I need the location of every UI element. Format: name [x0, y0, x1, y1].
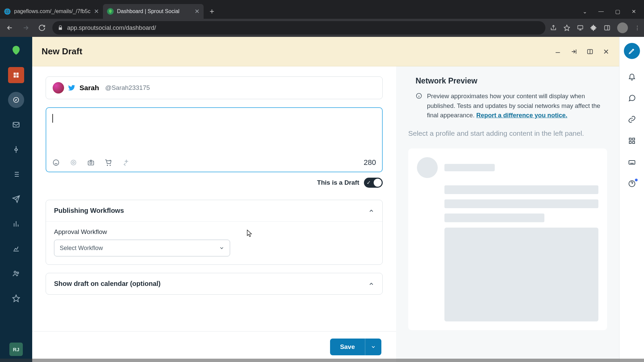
nav-item-send[interactable] [8, 191, 24, 207]
report-difference-link[interactable]: Report a difference you notice. [476, 112, 567, 119]
nav-item-list[interactable] [8, 166, 24, 182]
nav-item-star[interactable] [8, 290, 24, 306]
link-icon[interactable] [628, 115, 636, 123]
select-placeholder: Select Workflow [60, 245, 103, 252]
extensions-icon[interactable] [590, 24, 597, 31]
skeleton-avatar [417, 157, 438, 178]
window-controls: ⌄ — ▢ ✕ [583, 4, 644, 19]
new-tab-button[interactable]: + [204, 4, 220, 19]
nav-item-inbox[interactable] [8, 117, 24, 133]
svg-point-5 [17, 272, 19, 274]
char-count: 280 [364, 158, 376, 167]
close-icon[interactable] [602, 48, 610, 55]
star-icon[interactable] [564, 24, 570, 31]
target-icon[interactable] [70, 159, 77, 166]
svg-point-7 [53, 160, 59, 166]
left-nav-rail: RJ [0, 37, 32, 362]
compose-footer: Save [32, 331, 396, 362]
section-header[interactable]: Publishing Workflows [46, 200, 382, 221]
reload-button[interactable] [36, 22, 48, 34]
svg-point-8 [71, 160, 76, 165]
profile-selector[interactable]: Sarah @Sarah233175 [46, 76, 383, 99]
sparkle-icon[interactable] [122, 159, 129, 166]
close-icon[interactable]: ✕ [94, 8, 99, 15]
svg-point-11 [90, 162, 92, 164]
section-header[interactable]: Show draft on calendar (optional) [46, 273, 382, 294]
cart-icon[interactable] [105, 159, 112, 166]
maximize-icon[interactable]: ▢ [615, 8, 620, 15]
twitter-icon [68, 84, 75, 92]
camera-icon[interactable] [87, 159, 95, 166]
section-title: Show draft on calendar (optional) [54, 280, 161, 288]
panels-icon[interactable] [586, 48, 594, 55]
calendar-section: Show draft on calendar (optional) [46, 273, 383, 295]
draft-toggle-label: This is a Draft [317, 179, 359, 186]
nav-item-compass[interactable] [8, 92, 24, 108]
svg-point-4 [14, 271, 16, 273]
notifications-icon[interactable] [628, 72, 636, 80]
svg-rect-13 [629, 138, 631, 140]
profile-avatar[interactable] [617, 22, 628, 33]
tab-title: pageflows.com/_/emails/_/7fb5c [14, 8, 91, 14]
composer-box: 280 [46, 107, 383, 172]
grid-icon[interactable] [628, 137, 636, 145]
menu-icon[interactable]: ⋮ [635, 25, 640, 31]
svg-rect-14 [633, 138, 635, 140]
svg-rect-1 [605, 25, 610, 30]
close-icon[interactable]: ✕ [195, 8, 200, 15]
lock-icon [58, 25, 63, 31]
chevron-down-icon [219, 245, 224, 251]
nav-item-pin[interactable] [8, 141, 24, 158]
network-preview-panel: Network Preview Preview approximates how… [396, 66, 619, 362]
keyboard-icon[interactable] [628, 158, 636, 166]
svg-rect-15 [629, 141, 631, 143]
browser-toolbar: app.sproutsocial.com/dashboard/ ⋮ [0, 19, 644, 37]
share-icon[interactable] [550, 24, 557, 31]
browser-tab-inactive[interactable]: 🌐 pageflows.com/_/emails/_/7fb5c ✕ [0, 4, 103, 19]
collapse-right-icon[interactable] [570, 48, 578, 55]
svg-point-9 [72, 162, 74, 164]
tab-title: Dashboard | Sprout Social [117, 8, 191, 14]
minimize-compose-icon[interactable] [554, 48, 561, 55]
browser-tab-active[interactable]: Dashboard | Sprout Social ✕ [103, 4, 204, 19]
desktop-icon[interactable] [577, 24, 584, 31]
compose-left-panel: Sarah @Sarah233175 280 [32, 66, 396, 362]
chevron-up-icon [368, 281, 374, 287]
user-badge[interactable]: RJ [9, 343, 23, 356]
compose-fab[interactable] [624, 43, 640, 59]
browser-tab-strip: 🌐 pageflows.com/_/emails/_/7fb5c ✕ Dashb… [0, 0, 644, 19]
chevron-up-icon [368, 208, 374, 214]
preview-info-text: Preview approximates how your content wi… [427, 92, 607, 120]
draft-toggle[interactable]: ✓ [364, 178, 383, 188]
chat-icon[interactable] [628, 94, 636, 102]
info-icon [416, 93, 422, 120]
sprout-logo[interactable] [8, 42, 24, 58]
composer-textarea[interactable] [46, 108, 382, 155]
skeleton-line [444, 199, 598, 208]
minimize-icon[interactable]: — [598, 8, 604, 14]
emoji-icon[interactable] [52, 159, 60, 166]
skeleton-line [444, 214, 544, 222]
preview-skeleton [408, 148, 607, 330]
os-taskbar-hint [0, 359, 644, 362]
sidepanel-icon[interactable] [604, 24, 610, 31]
forward-button[interactable] [20, 22, 32, 34]
skeleton-image [444, 228, 598, 321]
favicon-icon: 🌐 [4, 8, 11, 15]
back-button[interactable] [4, 22, 15, 34]
url-text: app.sproutsocial.com/dashboard/ [67, 24, 156, 32]
publishing-workflows-section: Publishing Workflows Approval Workflow S… [46, 200, 383, 265]
save-button[interactable]: Save [330, 339, 365, 355]
workflow-select[interactable]: Select Workflow [54, 240, 230, 256]
nav-item-people[interactable] [8, 265, 24, 282]
nav-item-analytics[interactable] [8, 216, 24, 232]
help-icon[interactable] [628, 180, 636, 188]
preview-placeholder: Select a profile and start adding conten… [408, 128, 607, 139]
save-dropdown-button[interactable] [365, 339, 381, 355]
address-bar[interactable]: app.sproutsocial.com/dashboard/ [52, 21, 545, 35]
close-window-icon[interactable]: ✕ [632, 8, 636, 15]
nav-item-dashboard[interactable] [8, 67, 24, 83]
svg-rect-0 [578, 25, 583, 29]
chevron-down-icon[interactable]: ⌄ [583, 8, 587, 15]
nav-item-reports[interactable] [8, 241, 24, 257]
